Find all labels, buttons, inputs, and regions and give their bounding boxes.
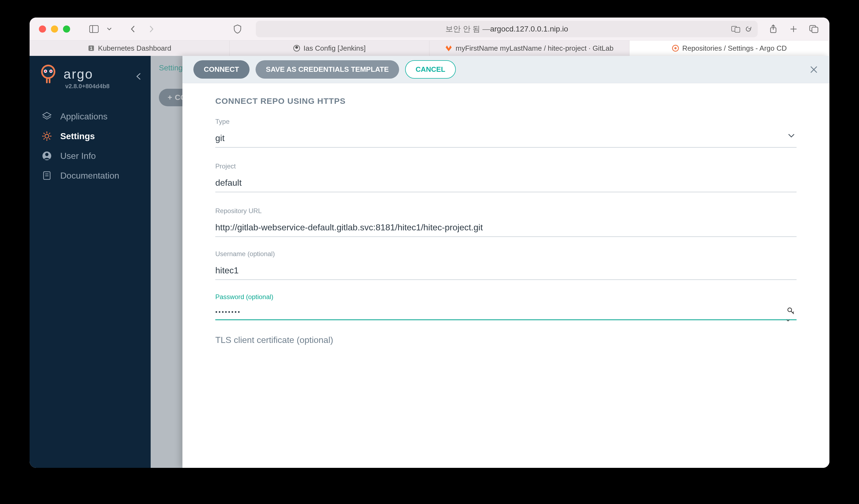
url-host: argocd.127.0.0.1.nip.io xyxy=(490,25,568,33)
tab-kubernetes[interactable]: 1 Kubernetes Dashboard xyxy=(30,41,229,56)
brand-text: argo xyxy=(63,66,93,82)
tabs-overview-icon[interactable] xyxy=(809,24,819,34)
new-tab-icon[interactable] xyxy=(788,24,799,34)
browser-toolbar: 보안 안 됨 — argocd.127.0.0.1.nip.io xyxy=(30,17,829,41)
sidebar-toggle-group xyxy=(89,24,115,34)
svg-rect-3 xyxy=(735,27,740,32)
shield-icon[interactable] xyxy=(232,24,243,34)
sidebar-collapse-button[interactable] xyxy=(135,72,143,80)
sidebar-nav: Applications Settings User Info xyxy=(30,111,151,181)
translate-icon[interactable] xyxy=(732,25,741,33)
tab-label: myFirstName myLastName / hitec-project ·… xyxy=(455,44,614,52)
panel-header: CONNECT SAVE AS CREDENTIALS TEMPLATE CAN… xyxy=(182,56,829,83)
field-project: Project xyxy=(215,163,797,192)
field-label: Username (optional) xyxy=(215,250,797,258)
sidebar: argo v2.8.0+804d4b8 Applications Settin xyxy=(30,56,151,468)
tab-strip: 1 Kubernetes Dashboard Ias Config [Jenki… xyxy=(30,41,829,56)
gitlab-icon xyxy=(445,45,452,52)
argo-icon xyxy=(672,45,679,52)
sidebar-item-applications[interactable]: Applications xyxy=(42,111,151,122)
svg-rect-0 xyxy=(90,26,98,33)
chrome-right-controls xyxy=(768,24,819,34)
svg-rect-9 xyxy=(812,27,818,33)
back-button[interactable] xyxy=(127,24,138,34)
sidebar-item-documentation[interactable]: Documentation xyxy=(42,170,151,181)
argocd-app: argo v2.8.0+804d4b8 Applications Settin xyxy=(30,56,829,468)
minimize-window-button[interactable] xyxy=(51,26,58,33)
reload-icon[interactable] xyxy=(744,25,752,33)
panel-body: CONNECT REPO USING HTTPS Type Project xyxy=(182,83,829,468)
field-username: Username (optional) xyxy=(215,250,797,280)
chevron-down-icon xyxy=(788,133,795,138)
sidebar-item-label: Applications xyxy=(60,111,108,122)
svg-rect-24 xyxy=(49,78,50,83)
connect-repo-panel: CONNECT SAVE AS CREDENTIALS TEMPLATE CAN… xyxy=(182,56,829,468)
close-panel-button[interactable] xyxy=(809,65,818,74)
k8s-icon: 1 xyxy=(88,45,95,52)
svg-line-31 xyxy=(44,133,45,134)
svg-marker-14 xyxy=(446,45,452,51)
svg-text:1: 1 xyxy=(90,46,92,51)
tab-label: Ias Config [Jenkins] xyxy=(303,44,366,52)
field-label: Password (optional) xyxy=(215,293,797,301)
svg-point-26 xyxy=(45,134,49,138)
svg-line-34 xyxy=(44,138,45,139)
book-icon xyxy=(42,170,52,181)
field-password: Password (optional) xyxy=(215,293,797,320)
field-repo-url: Repository URL xyxy=(215,207,797,237)
sidebar-item-settings[interactable]: Settings xyxy=(42,131,151,141)
svg-marker-25 xyxy=(43,112,51,117)
window-controls xyxy=(39,26,70,33)
user-icon xyxy=(42,151,52,161)
field-type: Type xyxy=(215,118,797,148)
close-window-button[interactable] xyxy=(39,26,46,33)
password-input[interactable] xyxy=(215,306,797,320)
tls-section-title: TLS client certificate (optional) xyxy=(215,335,797,345)
svg-point-21 xyxy=(45,71,46,72)
content-area: Settings + CO CONNECT SAVE AS CREDENTIAL… xyxy=(151,56,829,468)
svg-point-13 xyxy=(295,46,298,49)
field-label: Type xyxy=(215,118,797,125)
tab-argocd[interactable]: Repositories / Settings - Argo CD xyxy=(630,41,829,56)
project-input[interactable] xyxy=(215,175,797,192)
url-bar[interactable]: 보안 안 됨 — argocd.127.0.0.1.nip.io xyxy=(256,21,758,37)
gear-icon xyxy=(42,131,52,141)
sidebar-item-label: Documentation xyxy=(60,171,119,181)
section-title: CONNECT REPO USING HTTPS xyxy=(215,96,797,106)
key-icon[interactable] xyxy=(787,307,795,324)
svg-point-42 xyxy=(788,308,792,312)
connect-button[interactable]: CONNECT xyxy=(193,60,250,79)
svg-rect-23 xyxy=(46,78,48,83)
svg-point-22 xyxy=(50,71,52,72)
save-as-template-button[interactable]: SAVE AS CREDENTIALS TEMPLATE xyxy=(256,60,400,79)
svg-line-44 xyxy=(793,312,794,313)
layers-icon xyxy=(42,111,52,122)
nav-arrows xyxy=(127,24,157,34)
argo-logo-icon xyxy=(39,63,58,85)
chevron-down-icon[interactable] xyxy=(104,24,115,34)
sidebar-toggle-icon[interactable] xyxy=(89,24,99,34)
username-input[interactable] xyxy=(215,263,797,280)
share-icon[interactable] xyxy=(768,24,779,34)
url-security-text: 보안 안 됨 — xyxy=(446,24,490,34)
browser-window: 보안 안 됨 — argocd.127.0.0.1.nip.io xyxy=(30,17,829,468)
sidebar-item-label: User Info xyxy=(60,151,96,161)
forward-button[interactable] xyxy=(146,24,157,34)
field-label: Repository URL xyxy=(215,207,797,215)
field-label: Project xyxy=(215,163,797,170)
tab-label: Repositories / Settings - Argo CD xyxy=(682,44,787,52)
svg-point-16 xyxy=(674,47,677,49)
tab-jenkins[interactable]: Ias Config [Jenkins] xyxy=(229,41,430,56)
sidebar-item-label: Settings xyxy=(60,131,95,141)
type-select[interactable] xyxy=(215,131,797,148)
tab-gitlab[interactable]: myFirstName myLastName / hitec-project ·… xyxy=(430,41,630,56)
repo-url-input[interactable] xyxy=(215,220,797,237)
close-icon xyxy=(809,65,818,74)
cancel-button[interactable]: CANCEL xyxy=(405,60,455,79)
svg-line-33 xyxy=(49,133,50,134)
tab-label: Kubernetes Dashboard xyxy=(98,44,171,52)
svg-line-32 xyxy=(49,138,50,139)
jenkins-icon xyxy=(293,45,300,52)
zoom-window-button[interactable] xyxy=(63,26,70,33)
sidebar-item-user-info[interactable]: User Info xyxy=(42,151,151,161)
